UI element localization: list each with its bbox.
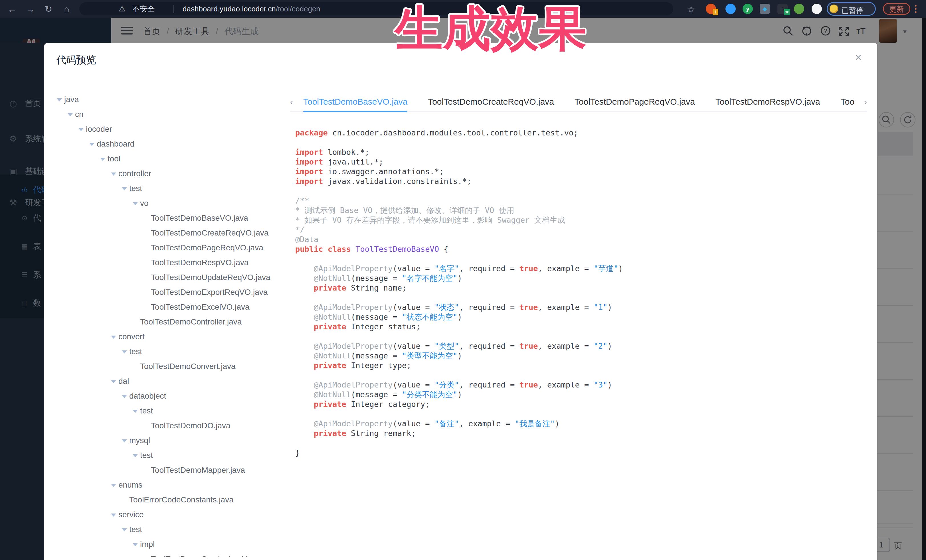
security-label[interactable]: 不安全 <box>132 2 154 15</box>
tree-file[interactable]: ToolTestDemoCreateReqVO.java <box>54 225 286 240</box>
code-line: @NotNull(message = "状态不能为空") <box>295 312 869 322</box>
tree-folder[interactable]: iocoder <box>54 122 286 137</box>
tree-folder[interactable]: test <box>54 181 286 196</box>
home-icon[interactable]: ⌂ <box>61 3 73 15</box>
tree-folder[interactable]: dal <box>54 374 286 389</box>
extension-orange-circle[interactable]: 1 <box>706 4 716 14</box>
forward-icon[interactable]: → <box>24 3 36 15</box>
tree-folder[interactable]: vo <box>54 196 286 211</box>
tab-1[interactable]: ToolTestDemoBaseVO.java <box>303 94 407 112</box>
tabs-scroll-left-icon[interactable]: ‹ <box>290 97 293 107</box>
tree-folder[interactable]: test <box>54 448 286 463</box>
code-viewer[interactable]: package cn.iocoder.dashboard.modules.too… <box>295 128 869 556</box>
tree-folder[interactable]: controller <box>54 166 286 181</box>
tree-folder[interactable]: cn <box>54 107 286 122</box>
caret-down-icon[interactable] <box>76 122 86 137</box>
caret-down-icon[interactable] <box>130 403 140 418</box>
caret-down-icon[interactable] <box>87 137 97 151</box>
tree-file[interactable]: ToolTestDemoController.java <box>54 314 286 329</box>
reload-icon[interactable]: ↻ <box>43 3 54 15</box>
paused-extension-badge[interactable]: 已暂停 <box>827 2 876 16</box>
tree-node-label: ToolTestDemoPageReqVO.java <box>151 240 263 255</box>
tree-folder[interactable]: dashboard <box>54 137 286 151</box>
tree-file[interactable]: ToolTestDemoServiceImpl.java <box>54 552 286 557</box>
tree-node-label: ToolErrorCodeConstants.java <box>129 492 234 507</box>
code-line: @ApiModelProperty(value = "名字", required… <box>295 264 869 273</box>
extension-green-y-glyph: y <box>743 4 753 14</box>
extension-puzzle[interactable] <box>812 4 822 14</box>
caret-down-icon[interactable] <box>109 374 118 389</box>
tree-folder[interactable]: impl <box>54 537 286 552</box>
tab-5[interactable]: ToolTestDemoUpdateReqVO.java <box>841 94 854 112</box>
caret-down-icon[interactable] <box>130 537 140 552</box>
caret-down-icon[interactable] <box>54 92 64 107</box>
tree-file[interactable]: ToolErrorCodeConstants.java <box>54 492 286 507</box>
tree-node-label: dal <box>118 374 129 389</box>
tree-leaf-spacer <box>141 418 151 433</box>
tree-folder[interactable]: convert <box>54 329 286 344</box>
tree-node-label: controller <box>118 166 151 181</box>
tab-label: ToolTestDemoUpdateReqVO.java <box>841 97 854 106</box>
url-text[interactable]: dashboard.yudao.iocoder.cn/tool/codegen <box>183 2 320 15</box>
tree-file[interactable]: ToolTestDemoUpdateReqVO.java <box>54 270 286 285</box>
tree-file[interactable]: ToolTestDemoRespVO.java <box>54 255 286 270</box>
tree-folder[interactable]: dataobject <box>54 389 286 403</box>
tree-folder[interactable]: mysql <box>54 433 286 448</box>
tree-folder[interactable]: service <box>54 507 286 522</box>
browser-menu-icon[interactable]: ●●● <box>915 4 917 14</box>
tree-folder[interactable]: test <box>54 403 286 418</box>
caret-down-icon[interactable] <box>120 181 129 196</box>
tab-4[interactable]: ToolTestDemoRespVO.java <box>716 94 820 112</box>
extension-leaf[interactable] <box>794 4 804 14</box>
extension-list-on[interactable]: ≡on <box>778 4 788 14</box>
tree-node-label: ToolTestDemoExcelVO.java <box>151 300 249 314</box>
code-line: * 测试示例 Base VO，提供给添加、修改、详细的子 VO 使用 <box>295 205 869 215</box>
tree-file[interactable]: ToolTestDemoPageReqVO.java <box>54 240 286 255</box>
caret-down-icon[interactable] <box>109 478 118 492</box>
tree-file[interactable]: ToolTestDemoExcelVO.java <box>54 300 286 314</box>
tree-folder[interactable]: test <box>54 522 286 537</box>
code-preview-modal: 代码预览 × javacniocoderdashboardtoolcontrol… <box>44 43 877 560</box>
caret-down-icon[interactable] <box>109 507 118 522</box>
tree-node-label: test <box>140 448 153 463</box>
extension-grid[interactable]: ◆ <box>760 4 770 14</box>
code-line: @ApiModelProperty(value = "类型", required… <box>295 341 869 351</box>
tree-file[interactable]: ToolTestDemoExportReqVO.java <box>54 285 286 300</box>
caret-down-icon[interactable] <box>130 196 140 211</box>
extension-green-y[interactable]: y <box>743 4 753 14</box>
extension-blue-pin[interactable] <box>725 4 736 14</box>
tree-folder[interactable]: java <box>54 92 286 107</box>
tree-node-label: tool <box>107 151 120 166</box>
back-icon[interactable]: ← <box>6 3 18 15</box>
tree-leaf-spacer <box>141 552 151 557</box>
tree-file[interactable]: ToolTestDemoConvert.java <box>54 359 286 374</box>
caret-down-icon[interactable] <box>120 433 129 448</box>
caret-down-icon[interactable] <box>120 389 129 403</box>
tab-3[interactable]: ToolTestDemoPageReqVO.java <box>575 94 695 112</box>
tree-file[interactable]: ToolTestDemoDO.java <box>54 418 286 433</box>
browser-update-button[interactable]: 更新 <box>883 3 910 15</box>
tree-node-label: ToolTestDemoServiceImpl.java <box>151 552 260 557</box>
code-line <box>295 370 869 380</box>
caret-down-icon[interactable] <box>109 166 118 181</box>
code-line <box>295 409 869 419</box>
caret-down-icon[interactable] <box>120 522 129 537</box>
tree-file[interactable]: ToolTestDemoBaseVO.java <box>54 211 286 225</box>
tabs-scroll-right-icon[interactable]: › <box>864 97 867 107</box>
tree-file[interactable]: ToolTestDemoMapper.java <box>54 463 286 478</box>
address-bar[interactable]: ⚠ 不安全 dashboard.yudao.iocoder.cn/tool/co… <box>79 2 673 15</box>
tree-folder[interactable]: enums <box>54 478 286 492</box>
close-icon[interactable]: × <box>855 51 861 63</box>
tree-node-label: test <box>129 181 142 196</box>
paused-label: 已暂停 <box>841 5 864 15</box>
bookmark-star-icon[interactable]: ☆ <box>687 4 695 15</box>
tab-2[interactable]: ToolTestDemoCreateReqVO.java <box>428 94 554 112</box>
tab-label: ToolTestDemoCreateReqVO.java <box>428 97 554 106</box>
caret-down-icon[interactable] <box>130 448 140 463</box>
caret-down-icon[interactable] <box>120 344 129 359</box>
caret-down-icon[interactable] <box>109 329 118 344</box>
caret-down-icon[interactable] <box>98 151 107 166</box>
tree-folder[interactable]: test <box>54 344 286 359</box>
tree-folder[interactable]: tool <box>54 151 286 166</box>
caret-down-icon[interactable] <box>65 107 75 122</box>
